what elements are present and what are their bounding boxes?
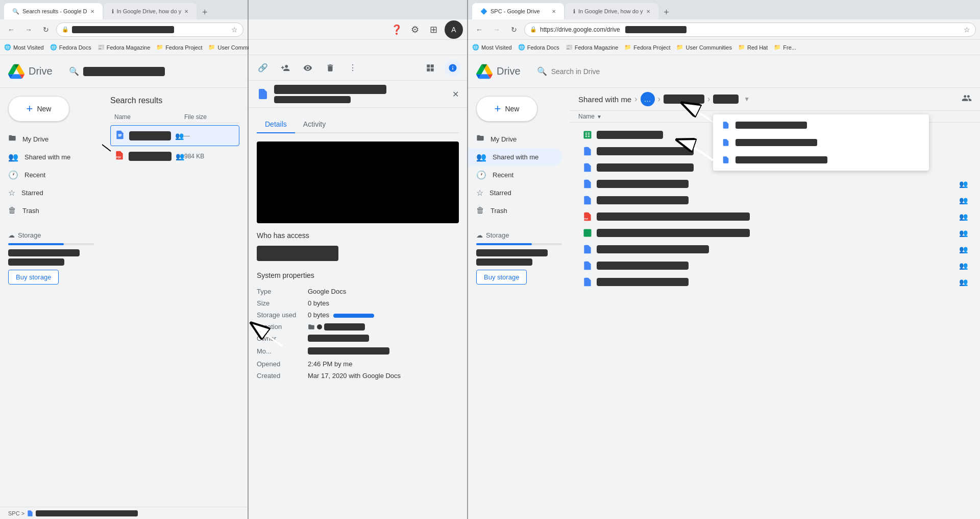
user-avatar[interactable]: A [445,20,463,39]
sidebar-item-mydrive-left[interactable]: My Drive [0,130,94,148]
toolbar-link-btn[interactable]: 🔗 [255,60,271,76]
right-forward-btn[interactable]: → [489,22,504,37]
dropdown-doc-icon-3 [721,155,730,164]
middle-help-btn[interactable]: ❓ [389,22,404,37]
file-row-2[interactable]: PDF 👥 984 KB [110,146,239,166]
right-tab-close[interactable]: ✕ [552,9,556,14]
right-file-row-6[interactable]: PDF 👥 [578,208,972,225]
tab-details[interactable]: Details [257,116,295,133]
forward-btn[interactable]: → [21,22,36,37]
details-close-btn[interactable]: ✕ [452,89,459,99]
right-file-row-5[interactable]: 👥 [578,192,972,208]
right-sidebar-trash[interactable]: 🗑 Trash [468,202,562,219]
sort-icon[interactable]: ▼ [597,114,602,120]
right-sidebar-my-drive[interactable]: My Drive [468,130,562,148]
right-bm-icon-7: 📁 [774,44,781,51]
right-tab-active[interactable]: 🔷 SPC - Google Drive ✕ [472,3,564,19]
left-tab-inactive-close[interactable]: ✕ [184,9,188,14]
right-storage-bar-fill [476,243,532,245]
left-tab-close[interactable]: ✕ [90,9,94,14]
toolbar-preview-btn[interactable] [300,60,316,76]
back-btn[interactable]: ← [4,22,18,37]
right-tab-inactive[interactable]: ℹ In Google Drive, how do y ✕ [565,3,658,19]
right-shared-label: Shared with me [493,153,538,161]
dropdown-item-1[interactable] [713,116,929,134]
right-new-button[interactable]: + New [476,96,537,122]
sidebar-item-sharedwithme-left[interactable]: 👥 Shared with me [0,148,94,166]
prop-opened: Opened 2:46 PM by me [257,358,459,370]
name-col-header[interactable]: Name [114,113,184,121]
buy-storage-btn-left[interactable]: Buy storage [8,270,59,285]
right-tab-inactive-close[interactable]: ✕ [646,9,650,14]
right-reload-btn[interactable]: ↻ [507,22,521,37]
size-label: Size [257,299,308,307]
toolbar-more-btn[interactable]: ⋮ [345,60,361,76]
reload-btn[interactable]: ↻ [39,22,53,37]
right-bookmark-user-communities[interactable]: 📁 User Communities [676,44,731,51]
right-search-box[interactable]: 🔍 Search in Drive [529,60,784,83]
breadcrumb-more-btn[interactable]: … [641,92,655,106]
share-people-icon[interactable] [962,93,972,105]
breadcrumb-item-1[interactable] [664,95,704,104]
right-file-row-10[interactable]: 👥 [578,274,972,290]
toolbar-add-person-btn[interactable] [277,60,293,76]
right-bookmark-fedora-magazine[interactable]: 📰 Fedora Magazine [566,44,619,51]
right-name-col-header[interactable]: Name [578,113,595,120]
right-file-row-4[interactable]: 👥 [578,176,972,192]
right-star-icon[interactable]: ☆ [964,26,970,34]
starred-icon: ☆ [8,188,15,198]
right-buy-storage-btn[interactable]: Buy storage [476,270,527,285]
dropdown-menu [713,114,929,171]
new-tab-btn-left[interactable]: + [198,5,212,19]
right-address-bar[interactable]: 🔒 https://drive.google.com/drive ☆ [524,22,976,37]
dropdown-item-3[interactable] [713,151,929,169]
breadcrumb-dropdown-icon[interactable]: ▼ [744,96,750,103]
toolbar-delete-btn[interactable] [322,60,338,76]
owner-value [308,335,459,343]
right-bookmark-fedora-docs[interactable]: 🌐 Fedora Docs [518,44,559,51]
left-tab-active[interactable]: 🔍 Search results - Google D ✕ [4,3,103,19]
tab-activity[interactable]: Activity [295,116,334,133]
right-file-row-7[interactable]: 👥 [578,225,972,241]
sidebar-item-starred-left[interactable]: ☆ Starred [0,184,94,202]
dropdown-item-2[interactable] [713,134,929,151]
right-sidebar-shared[interactable]: 👥 Shared with me [468,148,562,166]
right-bm-icon-1: 🌐 [472,44,479,51]
details-tabs: Details Activity [257,116,459,133]
right-bookmark-fedora-project[interactable]: 📁 Fedora Project [624,44,670,51]
left-search-box[interactable]: 🔍 [61,60,239,83]
file-row-1[interactable]: 👥 — [110,125,239,146]
right-sidebar-starred[interactable]: ☆ Starred [468,184,562,202]
toolbar-view-grid-btn[interactable] [422,60,438,76]
right-bookmark-most-visited[interactable]: 🌐 Most Visited [472,44,512,51]
bookmark-most-visited[interactable]: 🌐 Most Visited [4,44,44,51]
breadcrumb-shared[interactable]: Shared with me [578,95,631,104]
right-shared-icon: 👥 [476,152,486,162]
right-bookmark-red-hat[interactable]: 📁 Red Hat [738,44,768,51]
file-list-header: Name File size [110,111,239,123]
right-panel-area: Shared with me › … › › ▼ [570,88,980,519]
breadcrumb-item-2[interactable] [713,95,739,104]
right-sidebar-recent[interactable]: 🕐 Recent [468,166,562,184]
right-file-row-8[interactable]: 👥 [578,241,972,257]
sidebar-item-trash-left[interactable]: 🗑 Trash [0,202,94,219]
new-tab-btn-right[interactable]: + [659,5,674,19]
right-bookmark-fre[interactable]: 📁 Fre... [774,44,796,51]
fedora-mag-label: Fedora Magazine [107,44,151,51]
right-file-row-9[interactable]: 👥 [578,257,972,274]
left-tab-inactive[interactable]: ℹ In Google Drive, how do y ✕ [104,3,197,19]
toolbar-info-btn[interactable] [445,60,461,76]
bookmark-fedora-project[interactable]: 📁 Fedora Project [156,44,202,51]
sidebar-item-recent-left[interactable]: 🕐 Recent [0,166,94,184]
left-new-button[interactable]: + New [8,96,69,122]
middle-grid-btn[interactable]: ⊞ [426,22,440,37]
right-back-btn[interactable]: ← [472,22,486,37]
star-bookmark-icon[interactable]: ☆ [231,26,238,34]
lock-icon: 🔒 [62,26,69,33]
middle-settings-btn[interactable]: ⚙ [408,22,422,37]
bookmark-fedora-docs[interactable]: 🌐 Fedora Docs [50,44,91,51]
right-file-name-7 [597,229,750,237]
right-browser-content: Drive 🔍 Search in Drive + New [468,55,980,519]
bookmark-fedora-magazine[interactable]: 📰 Fedora Magazine [97,44,151,51]
left-address-bar[interactable]: 🔒 ☆ [56,22,243,37]
